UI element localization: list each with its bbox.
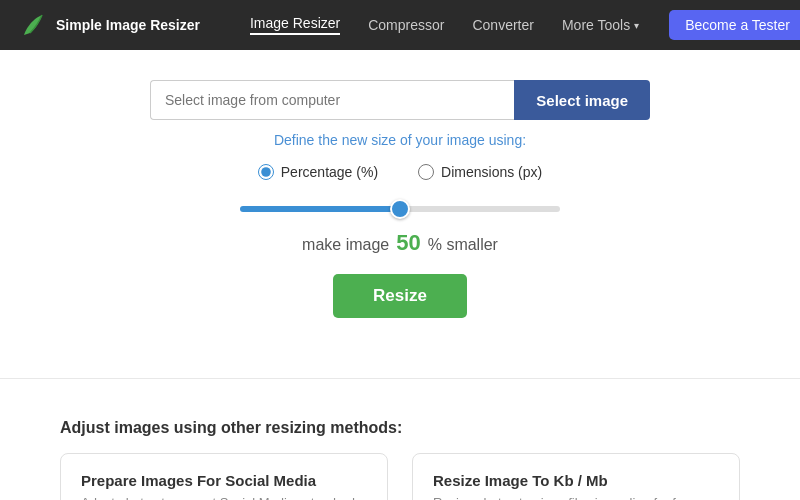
lower-title: Adjust images using other resizing metho… [60, 419, 740, 437]
resize-button[interactable]: Resize [333, 274, 467, 318]
nav-image-resizer[interactable]: Image Resizer [250, 15, 340, 35]
nav-compressor[interactable]: Compressor [368, 17, 444, 33]
radio-dimensions-label[interactable]: Dimensions (px) [418, 164, 542, 180]
navbar: Simple Image Resizer Image Resizer Compr… [0, 0, 800, 50]
card2-desc: Resize photos to given file size online … [433, 495, 719, 500]
nav-links: Image Resizer Compressor Converter More … [250, 15, 639, 35]
logo-icon [20, 11, 48, 39]
card-social-media: Prepare Images For Social Media Adapt ph… [60, 453, 388, 500]
radio-dimensions-input[interactable] [418, 164, 434, 180]
card1-title: Prepare Images For Social Media [81, 472, 367, 489]
radio-row: Percentage (%) Dimensions (px) [258, 164, 542, 180]
logo-text: Simple Image Resizer [56, 17, 200, 33]
card-resize-kb: Resize Image To Kb / Mb Resize photos to… [412, 453, 740, 500]
radio-percentage-text: Percentage (%) [281, 164, 378, 180]
select-image-button[interactable]: Select image [514, 80, 650, 120]
nav-right: Become a Tester For Business [669, 10, 800, 40]
define-size-text: Define the new size of your image using: [274, 132, 526, 148]
nav-more-tools[interactable]: More Tools ▾ [562, 17, 639, 33]
file-input[interactable] [150, 80, 514, 120]
slider-container [240, 198, 560, 216]
file-input-row: Select image [150, 80, 650, 120]
card1-desc: Adapt photos to current Social Medias st… [81, 495, 367, 500]
become-tester-button[interactable]: Become a Tester [669, 10, 800, 40]
cards-row: Prepare Images For Social Media Adapt ph… [60, 453, 740, 500]
card2-title: Resize Image To Kb / Mb [433, 472, 719, 489]
radio-percentage-input[interactable] [258, 164, 274, 180]
main-content: Select image Define the new size of your… [0, 50, 800, 368]
lower-section: Adjust images using other resizing metho… [0, 399, 800, 500]
radio-dimensions-text: Dimensions (px) [441, 164, 542, 180]
radio-percentage-label[interactable]: Percentage (%) [258, 164, 378, 180]
make-image-row: make image 50 % smaller [302, 230, 498, 256]
make-image-suffix: % smaller [428, 236, 498, 254]
make-image-prefix: make image [302, 236, 389, 254]
section-divider [0, 378, 800, 379]
make-image-number: 50 [396, 230, 420, 256]
nav-converter[interactable]: Converter [472, 17, 533, 33]
percentage-slider[interactable] [240, 206, 560, 212]
chevron-down-icon: ▾ [634, 20, 639, 31]
logo[interactable]: Simple Image Resizer [20, 11, 200, 39]
